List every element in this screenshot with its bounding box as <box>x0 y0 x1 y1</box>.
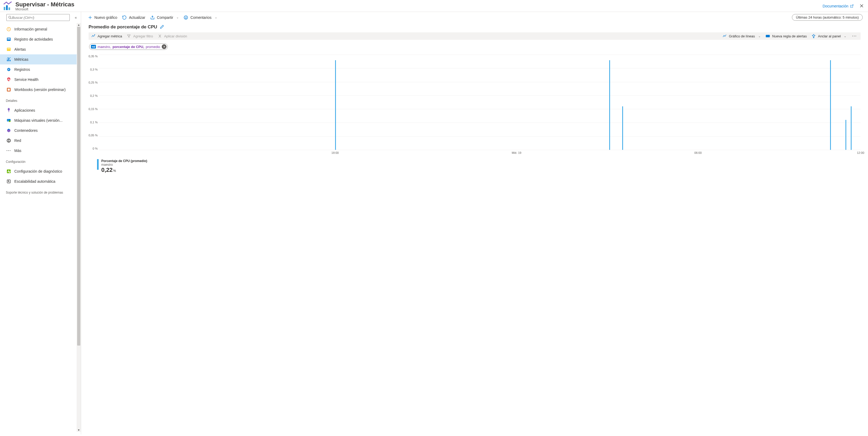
sidebar-section-details: Detalles <box>0 95 81 104</box>
new-chart-button[interactable]: Nuevo gráfico <box>88 15 117 20</box>
documentation-label: Documentación <box>823 4 848 8</box>
chart-y-axis: 0,35 %0,3 %0,25 %0,2 %0,15 %0,1 %0,05 %0… <box>89 55 99 150</box>
collapse-sidebar-button[interactable]: « <box>73 15 79 20</box>
svg-rect-2 <box>8 7 10 10</box>
svg-line-7 <box>10 18 12 19</box>
search-input-wrapper[interactable] <box>6 14 70 21</box>
svg-point-17 <box>7 68 10 71</box>
time-range-label: Últimas 24 horas (automático: 5 minutos) <box>796 15 859 19</box>
search-input[interactable] <box>12 15 68 20</box>
new-alert-rule-button[interactable]: Nueva regla de alertas <box>766 34 807 38</box>
alert-icon <box>766 34 770 38</box>
sidebar-item[interactable]: Contenedores <box>0 125 81 135</box>
svg-rect-0 <box>4 7 5 10</box>
chart-title: Promedio de porcentaje de CPU <box>89 24 157 30</box>
pencil-icon <box>160 25 164 29</box>
sidebar-item-label: Registros <box>14 67 30 72</box>
sidebar-item[interactable]: ···Más <box>0 146 81 156</box>
sidebar-item-icon <box>6 77 11 82</box>
chart-plot-area[interactable] <box>99 55 861 150</box>
svg-point-6 <box>9 16 11 18</box>
close-button[interactable] <box>860 4 864 9</box>
sidebar-item-icon <box>6 118 11 123</box>
scroll-down-icon: ▼ <box>76 429 81 432</box>
pill-remove-button[interactable]: ✕ <box>162 44 166 49</box>
sidebar-item[interactable]: Service Health <box>0 74 81 85</box>
documentation-link[interactable]: Documentación <box>823 4 854 8</box>
svg-rect-21 <box>8 89 10 91</box>
sidebar-item[interactable]: Configuración de diagnóstico <box>0 166 81 176</box>
add-filter-button[interactable]: Agregar filtro <box>127 34 153 38</box>
chevron-down-icon: ⌄ <box>844 34 846 38</box>
feedback-button[interactable]: Comentarios ⌄ <box>183 15 217 20</box>
svg-rect-11 <box>7 39 10 39</box>
chart-spike <box>830 60 831 150</box>
apply-split-button[interactable]: Aplicar división <box>158 34 187 38</box>
metric-pill[interactable]: sql maestro, porcentaje de CPU, promedio… <box>89 43 168 50</box>
chevron-down-icon: ⌄ <box>176 15 179 19</box>
chart-x-axis: 18:00Mié. 1906:0012:00 <box>104 151 861 155</box>
pin-button[interactable]: Anclar al panel ⌄ <box>811 34 846 38</box>
more-button[interactable]: ··· <box>851 34 858 38</box>
chart-legend: Porcentaje de CPU (promedio) maestro 0,2… <box>97 159 861 174</box>
sidebar-item[interactable]: Métricas <box>0 54 81 64</box>
svg-rect-14 <box>7 59 8 61</box>
scrollbar-thumb[interactable] <box>77 27 80 346</box>
sidebar-item-icon <box>6 67 11 72</box>
legend-value: 0,22 <box>101 166 113 173</box>
sidebar-scrollbar[interactable]: ▲ ▼ <box>76 23 81 432</box>
svg-rect-40 <box>766 35 770 37</box>
sidebar-item-label: Contenedores <box>14 128 38 133</box>
svg-rect-16 <box>10 60 10 61</box>
sidebar-item-icon <box>6 128 11 133</box>
sidebar-item[interactable]: Registro de actividades <box>0 34 81 44</box>
share-label: Compartir <box>157 15 173 20</box>
chart-spike <box>335 60 336 150</box>
external-link-icon <box>850 4 854 8</box>
sidebar-item[interactable]: Máquinas virtuales (versión... <box>0 115 81 125</box>
chart-spike <box>622 106 623 150</box>
refresh-button[interactable]: Actualizar <box>122 15 145 20</box>
sidebar-item-icon <box>6 47 11 52</box>
time-range-selector[interactable]: Últimas 24 horas (automático: 5 minutos) <box>792 14 863 21</box>
sidebar-item-label: Service Health <box>14 77 38 82</box>
new-chart-label: Nuevo gráfico <box>94 15 117 20</box>
sidebar-item[interactable]: Información general <box>0 24 81 34</box>
sidebar-item-label: Métricas <box>14 57 28 62</box>
sidebar-item-icon <box>6 87 11 92</box>
sidebar-item-label: Alertas <box>14 47 26 52</box>
page-subtitle: Microsoft <box>16 7 74 11</box>
chart-type-selector[interactable]: Gráfico de líneas ⌄ <box>722 34 761 38</box>
sidebar-item-icon: ··· <box>6 148 11 153</box>
share-button[interactable]: Compartir ⌄ <box>150 15 179 20</box>
edit-title-button[interactable] <box>160 25 164 30</box>
close-icon <box>860 4 864 8</box>
add-metric-button[interactable]: Agregar métrica <box>91 34 122 38</box>
legend-resource-name: maestro <box>101 163 147 166</box>
svg-rect-25 <box>8 120 9 121</box>
sidebar-item[interactable]: Red <box>0 135 81 146</box>
split-icon <box>158 34 162 38</box>
sidebar-item-label: Información general <box>14 27 47 31</box>
search-icon <box>8 15 12 19</box>
page-title: Supervisar - Métricas <box>16 1 74 8</box>
sidebar-item[interactable]: Alertas <box>0 44 81 54</box>
sidebar-item[interactable]: Aplicaciones <box>0 105 81 115</box>
sidebar-item[interactable]: Workbooks (versión preliminar) <box>0 85 81 95</box>
apply-split-label: Aplicar división <box>164 34 187 38</box>
sidebar-item-icon <box>6 108 11 113</box>
sidebar-item[interactable]: Registros <box>0 64 81 74</box>
svg-rect-10 <box>7 38 10 39</box>
sidebar-item[interactable]: Escalabilidad automática <box>0 176 81 186</box>
sidebar-item-label: Escalabilidad automática <box>14 179 55 184</box>
pin-label: Anclar al panel <box>818 34 841 38</box>
svg-rect-19 <box>8 70 9 70</box>
scroll-up-icon: ▲ <box>76 23 81 26</box>
svg-line-3 <box>851 5 853 6</box>
sidebar-item-label: Máquinas virtuales (versión... <box>14 118 63 123</box>
sidebar: « Información generalRegistro de activid… <box>0 12 81 434</box>
sidebar-item-label: Workbooks (versión preliminar) <box>14 88 65 92</box>
legend-series-name: Porcentaje de CPU (promedio) <box>101 159 147 163</box>
add-metric-label: Agregar métrica <box>98 34 122 38</box>
svg-rect-18 <box>8 69 10 69</box>
